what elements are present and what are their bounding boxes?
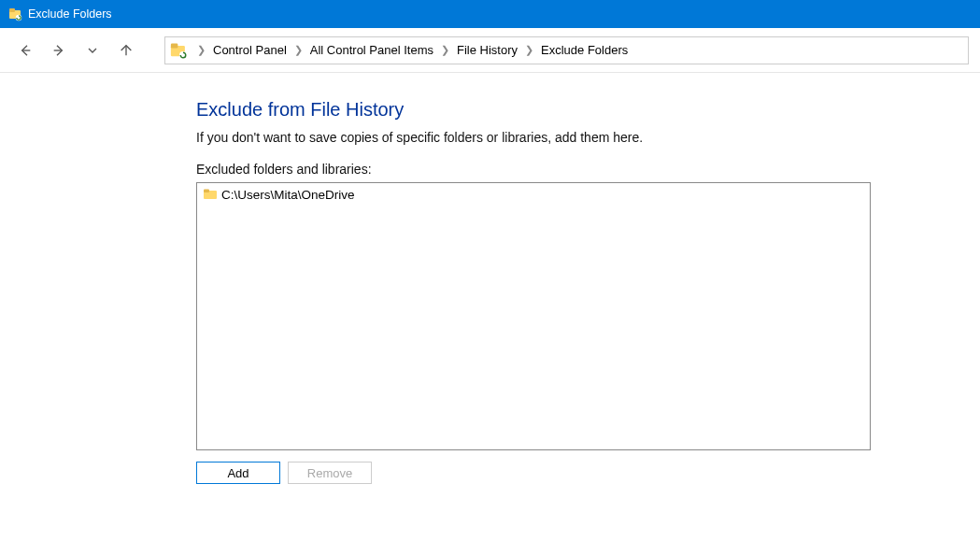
title-bar: Exclude Folders	[0, 0, 980, 28]
forward-button[interactable]	[45, 36, 73, 64]
chevron-down-icon	[85, 43, 100, 58]
address-bar-icon	[169, 41, 188, 60]
breadcrumb-item[interactable]: Control Panel	[211, 41, 289, 59]
svg-rect-10	[204, 190, 209, 193]
recent-dropdown[interactable]	[78, 36, 107, 64]
list-label: Excluded folders and libraries:	[196, 162, 980, 177]
back-button[interactable]	[11, 36, 39, 64]
arrow-up-icon	[119, 43, 134, 58]
chevron-right-icon: ❯	[519, 44, 539, 56]
address-bar[interactable]: ❯ Control Panel ❯ All Control Panel Item…	[164, 36, 969, 64]
list-item[interactable]: C:\Users\Mita\OneDrive	[201, 187, 866, 202]
list-item-path: C:\Users\Mita\OneDrive	[221, 188, 355, 202]
svg-rect-7	[171, 43, 178, 48]
excluded-listbox[interactable]: C:\Users\Mita\OneDrive	[196, 182, 871, 450]
up-button[interactable]	[112, 36, 140, 64]
add-button[interactable]: Add	[196, 462, 280, 484]
main-content: Exclude from File History If you don't w…	[0, 73, 980, 484]
arrow-right-icon	[51, 43, 66, 58]
remove-button: Remove	[288, 462, 372, 484]
svg-rect-1	[9, 8, 15, 12]
chevron-right-icon: ❯	[289, 44, 308, 56]
buttons-row: Add Remove	[196, 462, 980, 484]
app-icon	[7, 7, 22, 21]
page-subtext: If you don't want to save copies of spec…	[196, 130, 980, 145]
chevron-right-icon: ❯	[435, 44, 455, 56]
chevron-right-icon: ❯	[192, 44, 211, 56]
nav-toolbar: ❯ Control Panel ❯ All Control Panel Item…	[0, 28, 980, 73]
page-heading: Exclude from File History	[196, 99, 980, 121]
window-title: Exclude Folders	[28, 7, 112, 21]
breadcrumb-item[interactable]: Exclude Folders	[539, 41, 630, 59]
folder-icon	[203, 187, 218, 202]
breadcrumb-item[interactable]: All Control Panel Items	[308, 41, 435, 59]
breadcrumb-item[interactable]: File History	[455, 41, 519, 59]
arrow-left-icon	[18, 43, 33, 58]
